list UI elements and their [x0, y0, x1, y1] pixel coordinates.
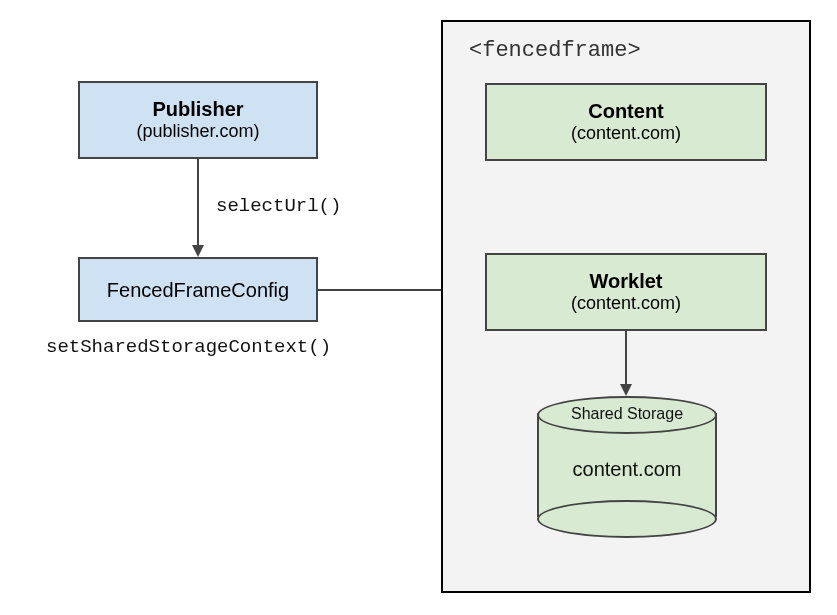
arrow-publisher-to-config-head: [192, 245, 204, 257]
publisher-title: Publisher: [152, 97, 243, 121]
content-title: Content: [588, 99, 664, 123]
selecturl-label: selectUrl(): [216, 195, 341, 217]
arrow-worklet-to-storage: [625, 331, 627, 386]
fencedframe-container: <fencedframe> Content (content.com) Work…: [441, 20, 811, 593]
shared-storage-cylinder: Shared Storage content.com: [537, 396, 717, 534]
content-box: Content (content.com): [485, 83, 767, 161]
arrow-worklet-to-storage-head: [620, 384, 632, 396]
fencedframeconfig-box: FencedFrameConfig: [78, 257, 318, 322]
setsharedstoragecontext-label: setSharedStorageContext(): [46, 336, 331, 358]
worklet-subtitle: (content.com): [571, 293, 681, 315]
publisher-subtitle: (publisher.com): [136, 121, 259, 143]
publisher-box: Publisher (publisher.com): [78, 81, 318, 159]
fencedframeconfig-title: FencedFrameConfig: [107, 278, 289, 302]
arrow-publisher-to-config: [197, 159, 199, 247]
shared-storage-label: Shared Storage: [537, 405, 717, 423]
worklet-title: Worklet: [590, 269, 663, 293]
shared-storage-domain: content.com: [537, 458, 717, 481]
fencedframe-label: <fencedframe>: [469, 38, 641, 63]
diagram-canvas: Publisher (publisher.com) selectUrl() Fe…: [0, 0, 837, 615]
content-subtitle: (content.com): [571, 123, 681, 145]
worklet-box: Worklet (content.com): [485, 253, 767, 331]
